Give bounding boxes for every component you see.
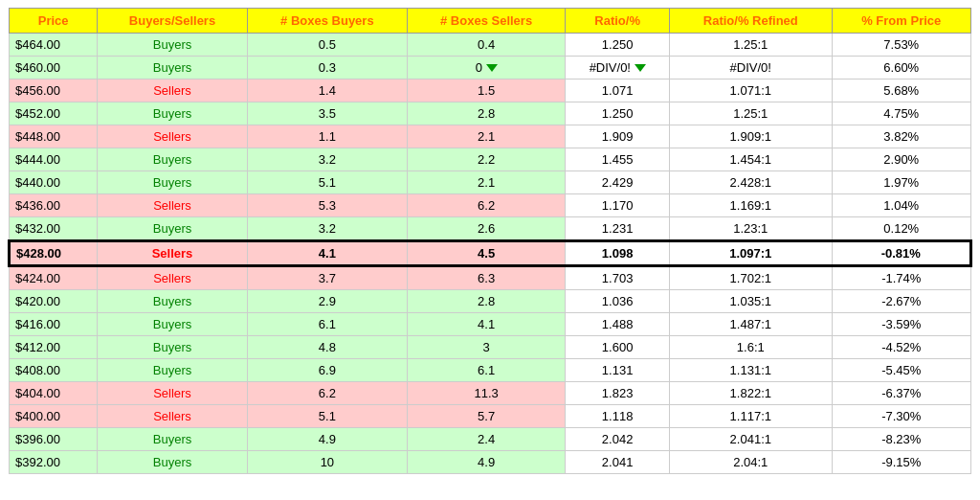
table-row: $456.00Sellers1.41.51.0711.071:15.68% <box>10 80 971 102</box>
box-buyers-cell: 6.9 <box>247 359 407 382</box>
box-sellers-cell: 2.8 <box>408 290 566 313</box>
ratio-cell: 1.036 <box>566 290 670 313</box>
from-price-cell: -3.59% <box>832 313 970 336</box>
box-sellers-cell: 4.5 <box>408 241 566 266</box>
box-sellers-cell: 2.6 <box>408 217 566 241</box>
ratio-cell: 1.250 <box>566 34 670 57</box>
box-buyers-cell: 10 <box>247 451 407 474</box>
from-price-cell: 3.82% <box>832 125 970 148</box>
ratio-refined-cell: 1.454:1 <box>670 148 832 171</box>
column-header: Ratio/% <box>566 9 670 34</box>
box-sellers-cell: 6.1 <box>408 359 566 382</box>
side-cell: Buyers <box>98 148 247 171</box>
ratio-cell: 1.703 <box>566 266 670 290</box>
price-cell: $420.00 <box>10 290 98 313</box>
side-cell: Sellers <box>98 405 247 428</box>
ratio-refined-cell: 1.822:1 <box>670 382 832 405</box>
ratio-cell: 1.909 <box>566 125 670 148</box>
side-cell: Buyers <box>98 102 247 125</box>
side-cell: Buyers <box>98 171 247 194</box>
table-row: $460.00Buyers0.30 #DIV/0! #DIV/0!6.60% <box>10 57 971 80</box>
price-cell: $456.00 <box>10 80 98 102</box>
side-cell: Sellers <box>98 194 247 217</box>
box-sellers-cell: 0 <box>408 57 566 80</box>
box-sellers-cell: 6.2 <box>408 194 566 217</box>
price-cell: $428.00 <box>10 241 98 266</box>
side-cell: Buyers <box>98 217 247 241</box>
box-buyers-cell: 6.1 <box>247 313 407 336</box>
side-cell: Sellers <box>98 382 247 405</box>
box-buyers-cell: 5.1 <box>247 171 407 194</box>
box-buyers-cell: 4.1 <box>247 241 407 266</box>
ratio-refined-cell: 1.23:1 <box>670 217 832 241</box>
ratio-cell: #DIV/0! <box>566 57 670 80</box>
box-buyers-cell: 0.5 <box>247 34 407 57</box>
ratio-cell: 1.600 <box>566 336 670 359</box>
table-row: $404.00Sellers6.211.31.8231.822:1-6.37% <box>10 382 971 405</box>
box-buyers-cell: 4.8 <box>247 336 407 359</box>
price-cell: $440.00 <box>10 171 98 194</box>
box-buyers-cell: 5.1 <box>247 405 407 428</box>
box-buyers-cell: 3.7 <box>247 266 407 290</box>
ratio-refined-cell: 2.041:1 <box>670 428 832 451</box>
box-buyers-cell: 1.1 <box>247 125 407 148</box>
from-price-cell: -2.67% <box>832 290 970 313</box>
box-sellers-cell: 3 <box>408 336 566 359</box>
box-sellers-cell: 4.9 <box>408 451 566 474</box>
price-cell: $432.00 <box>10 217 98 241</box>
ratio-cell: 1.071 <box>566 80 670 102</box>
box-buyers-cell: 3.5 <box>247 102 407 125</box>
table-row: $448.00Sellers1.12.11.9091.909:13.82% <box>10 125 971 148</box>
ratio-cell: 1.118 <box>566 405 670 428</box>
table-row: $420.00Buyers2.92.81.0361.035:1-2.67% <box>10 290 971 313</box>
box-buyers-cell: 4.9 <box>247 428 407 451</box>
ratio-refined-cell: 1.25:1 <box>670 102 832 125</box>
price-cell: $424.00 <box>10 266 98 290</box>
box-sellers-cell: 4.1 <box>408 313 566 336</box>
box-buyers-cell: 2.9 <box>247 290 407 313</box>
from-price-cell: 0.12% <box>832 217 970 241</box>
ratio-refined-cell: 1.071:1 <box>670 80 832 102</box>
side-cell: Sellers <box>98 125 247 148</box>
from-price-cell: 1.97% <box>832 171 970 194</box>
from-price-cell: 4.75% <box>832 102 970 125</box>
side-cell: Buyers <box>98 34 247 57</box>
price-cell: $404.00 <box>10 382 98 405</box>
from-price-cell: -5.45% <box>832 359 970 382</box>
price-cell: $392.00 <box>10 451 98 474</box>
box-sellers-cell: 2.1 <box>408 171 566 194</box>
table-row: $428.00Sellers4.14.51.0981.097:1-0.81% <box>10 241 971 266</box>
ratio-refined-cell: 1.035:1 <box>670 290 832 313</box>
box-buyers-cell: 1.4 <box>247 80 407 102</box>
ratio-refined-cell: 2.04:1 <box>670 451 832 474</box>
price-cell: $396.00 <box>10 428 98 451</box>
table-row: $400.00Sellers5.15.71.1181.117:1-7.30% <box>10 405 971 428</box>
ratio-refined-cell: 2.428:1 <box>670 171 832 194</box>
price-cell: $408.00 <box>10 359 98 382</box>
ratio-refined-cell: 1.097:1 <box>670 241 832 266</box>
ratio-cell: 1.170 <box>566 194 670 217</box>
from-price-cell: -0.81% <box>832 241 970 266</box>
ratio-cell: 2.429 <box>566 171 670 194</box>
price-cell: $452.00 <box>10 102 98 125</box>
box-sellers-cell: 2.1 <box>408 125 566 148</box>
column-header: # Boxes Buyers <box>247 9 407 34</box>
table-row: $436.00Sellers5.36.21.1701.169:11.04% <box>10 194 971 217</box>
price-cell: $412.00 <box>10 336 98 359</box>
arrow-down-icon <box>486 64 498 72</box>
side-cell: Buyers <box>98 451 247 474</box>
table-row: $412.00Buyers4.831.6001.6:1-4.52% <box>10 336 971 359</box>
table-row: $452.00Buyers3.52.81.2501.25:14.75% <box>10 102 971 125</box>
box-sellers-cell: 0.4 <box>408 34 566 57</box>
from-price-cell: -8.23% <box>832 428 970 451</box>
box-sellers-cell: 2.4 <box>408 428 566 451</box>
ratio-refined-cell: 1.131:1 <box>670 359 832 382</box>
from-price-cell: -6.37% <box>832 382 970 405</box>
from-price-cell: 7.53% <box>832 34 970 57</box>
from-price-cell: 5.68% <box>832 80 970 102</box>
ratio-cell: 2.041 <box>566 451 670 474</box>
side-cell: Sellers <box>98 266 247 290</box>
ratio-cell: 1.098 <box>566 241 670 266</box>
side-cell: Sellers <box>98 241 247 266</box>
box-sellers-cell: 2.8 <box>408 102 566 125</box>
